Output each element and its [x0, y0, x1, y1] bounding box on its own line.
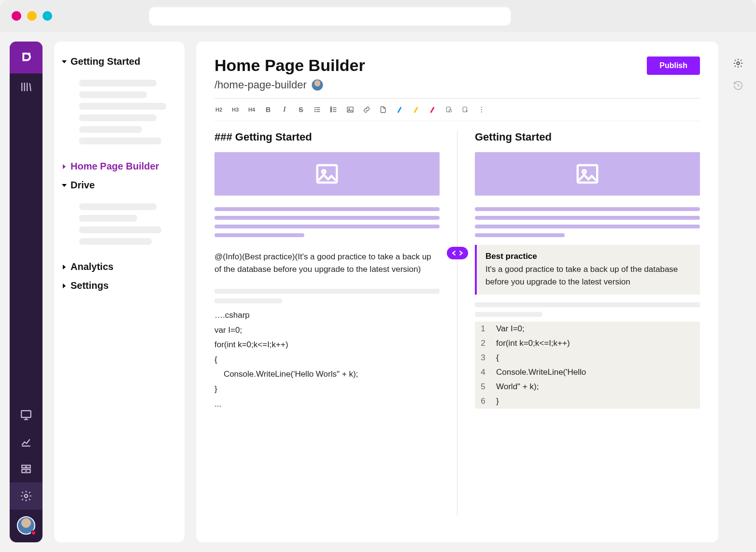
more-vertical-icon — [478, 106, 485, 113]
source-pane[interactable]: ### Getting Started @(Info)(Best practic… — [214, 131, 440, 516]
svg-rect-1 — [21, 410, 31, 417]
code-source: ….csharpvar I=0;for(int k=0;k<=I;k++){ C… — [214, 308, 440, 411]
window-minimize-dot[interactable] — [27, 11, 37, 21]
svg-point-12 — [349, 109, 350, 110]
bullet-list-icon — [314, 106, 321, 113]
svg-point-16 — [481, 107, 482, 108]
image-placeholder-icon — [314, 161, 340, 187]
tree-children-placeholder — [63, 71, 176, 157]
toolbar-highlight-pink-button[interactable] — [428, 105, 437, 114]
callout-box: Best practice It's a good practice to ta… — [475, 245, 700, 295]
library-icon — [20, 81, 32, 93]
toolbar-h3-button[interactable]: H3 — [231, 105, 240, 114]
toolbar-h4-button[interactable]: H4 — [247, 105, 256, 114]
toolbar-numbered-list-button[interactable]: 123 — [329, 105, 338, 114]
tree-label: Home Page Builder — [71, 161, 159, 172]
file-icon — [379, 106, 387, 113]
page-title: Home Page Builder — [214, 56, 365, 75]
svg-rect-14 — [449, 110, 452, 112]
toolbar-delete-button[interactable] — [461, 105, 470, 114]
archive-icon — [20, 463, 32, 475]
svg-point-0 — [28, 53, 30, 55]
svg-point-7 — [315, 111, 315, 112]
caret-right-icon — [63, 265, 66, 269]
preview-heading: Getting Started — [475, 131, 700, 143]
link-icon — [363, 106, 371, 113]
image-placeholder — [214, 152, 440, 196]
toolbar-highlight-yellow-button[interactable] — [412, 105, 420, 114]
toolbar-lock-button[interactable] — [444, 105, 453, 114]
svg-point-20 — [322, 170, 326, 173]
publish-button[interactable]: Publish — [647, 57, 700, 75]
tree-item-analytics[interactable]: Analytics — [63, 257, 176, 276]
svg-point-17 — [481, 109, 482, 110]
svg-point-23 — [737, 62, 740, 65]
toolbar-italic-button[interactable]: I — [280, 105, 289, 114]
rail-archive-button[interactable] — [10, 455, 43, 482]
chart-icon — [20, 436, 32, 448]
rail-user-avatar[interactable] — [17, 516, 35, 535]
lock-file-icon — [445, 106, 453, 113]
address-bar[interactable] — [149, 6, 511, 26]
tree-label: Getting Started — [71, 56, 140, 67]
gear-icon — [20, 490, 32, 502]
toolbar-image-button[interactable] — [346, 105, 355, 114]
svg-point-22 — [583, 170, 586, 173]
nav-tree: Getting Started Home Page Builder Drive … — [54, 42, 185, 542]
tree-item-drive[interactable]: Drive — [63, 176, 176, 195]
image-placeholder-icon — [574, 161, 600, 187]
tree-label: Drive — [71, 180, 95, 191]
toolbar-strike-button[interactable]: S — [297, 105, 305, 114]
svg-point-5 — [315, 107, 315, 108]
rail-settings-button[interactable] — [10, 482, 43, 510]
notification-badge — [31, 530, 36, 536]
toolbar-h2-button[interactable]: H2 — [214, 105, 223, 114]
tree-item-settings[interactable]: Settings — [63, 276, 176, 295]
toolbar-highlight-blue-button[interactable] — [395, 105, 404, 114]
code-line: 5World" + k); — [475, 380, 700, 394]
author-avatar[interactable] — [312, 79, 323, 91]
toolbar-more-button[interactable] — [477, 105, 486, 114]
tree-label: Analytics — [71, 261, 114, 272]
gear-icon — [733, 58, 743, 69]
tree-item-getting-started[interactable]: Getting Started — [63, 52, 176, 71]
source-heading: ### Getting Started — [214, 131, 440, 143]
rail-monitor-button[interactable] — [10, 401, 43, 428]
icon-rail — [10, 42, 43, 542]
image-icon — [346, 106, 354, 113]
rail-analytics-button[interactable] — [10, 428, 43, 455]
window-close-dot[interactable] — [12, 11, 21, 21]
utility-history-button[interactable] — [733, 80, 743, 93]
slug-row: /home-page-builder — [214, 79, 700, 99]
code-line: 4 Console.WriteLine('Hello — [475, 365, 700, 380]
image-placeholder — [475, 152, 700, 196]
page-slug: /home-page-builder — [214, 79, 307, 91]
logo-icon — [19, 50, 33, 65]
highlight-blue-icon — [397, 106, 402, 113]
svg-text:3: 3 — [330, 110, 332, 113]
editor-split-view: ### Getting Started @(Info)(Best practic… — [214, 131, 700, 516]
toolbar-bold-button[interactable]: B — [264, 105, 272, 114]
toolbar-bullet-list-button[interactable] — [313, 105, 322, 114]
app-root: Getting Started Home Page Builder Drive … — [0, 32, 756, 552]
code-line: 6} — [475, 394, 700, 409]
rail-library-button[interactable] — [10, 73, 43, 100]
app-logo[interactable] — [10, 42, 43, 73]
numbered-list-icon: 123 — [330, 106, 338, 113]
split-handle[interactable] — [447, 247, 468, 259]
toolbar-link-button[interactable] — [362, 105, 371, 114]
editor-header: Home Page Builder Publish — [214, 56, 700, 75]
tree-item-home-page-builder[interactable]: Home Page Builder — [63, 157, 176, 176]
toolbar-file-button[interactable] — [379, 105, 387, 114]
split-divider[interactable] — [457, 131, 457, 516]
editor-main: Home Page Builder Publish /home-page-bui… — [196, 42, 718, 542]
delete-file-icon — [461, 106, 469, 113]
tree-label: Settings — [71, 280, 109, 291]
editor-toolbar: H2 H3 H4 B I S 123 — [214, 99, 700, 121]
svg-point-6 — [315, 109, 315, 110]
monitor-icon — [20, 409, 32, 421]
callout-source: @(Info)(Best practice)(It's a good pract… — [214, 251, 440, 275]
window-maximize-dot[interactable] — [43, 11, 52, 21]
code-line: 2for(int k=0;k<=I;k++) — [475, 336, 700, 351]
utility-settings-button[interactable] — [733, 58, 743, 71]
